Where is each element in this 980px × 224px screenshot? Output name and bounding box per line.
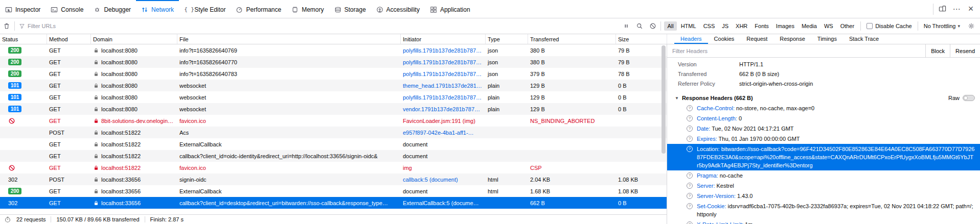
tab-application[interactable]: Application bbox=[425, 0, 475, 18]
help-icon[interactable]: ? bbox=[687, 203, 693, 209]
type-filter-ws[interactable]: WS bbox=[821, 21, 836, 31]
close-icon[interactable]: × bbox=[964, 3, 978, 16]
initiator-text[interactable]: polyfills.1791b137de281b787… bbox=[403, 47, 482, 54]
request-row[interactable]: GET8bit-solutions-dev.onelogin…favicon.i… bbox=[0, 115, 667, 127]
initiator-text[interactable]: polyfills.1791b137de281b787… bbox=[403, 71, 482, 77]
filter-headers-input[interactable] bbox=[667, 48, 925, 54]
response-header-row[interactable]: ?Server-Version: 1.43.0 bbox=[667, 191, 980, 201]
help-icon[interactable]: ? bbox=[687, 115, 693, 121]
request-list-scrollbar[interactable] bbox=[662, 45, 666, 154]
tab-memory[interactable]: Memory bbox=[286, 0, 329, 18]
column-header-initiator[interactable]: Initiator bbox=[401, 34, 486, 44]
response-header-row[interactable]: ?X-Rate-Limit-Limit: 1m bbox=[667, 219, 980, 224]
help-icon[interactable]: ? bbox=[687, 105, 693, 111]
response-headers-section-header[interactable]: ▼ Response Headers (662 B) Raw bbox=[667, 93, 980, 103]
initiator-text[interactable]: polyfills.1791b137de281b787… bbox=[403, 59, 482, 65]
response-header-row[interactable]: ?Pragma: no-cache bbox=[667, 170, 980, 181]
request-row[interactable]: POSTlocalhost:51822Acse957f897-042e-4ba1… bbox=[0, 127, 667, 138]
request-row[interactable]: 302POSTlocalhost:33656signin-oidccallbac… bbox=[0, 173, 667, 185]
request-row[interactable]: 200GETlocalhost:8080info?t=1635826640783… bbox=[0, 68, 667, 80]
request-row[interactable]: 200GETlocalhost:33656ExternalCallbackdoc… bbox=[0, 185, 667, 197]
type-filter-all[interactable]: All bbox=[664, 21, 676, 31]
help-icon[interactable]: ? bbox=[687, 136, 693, 142]
gear-icon[interactable] bbox=[965, 19, 978, 33]
tab-style-editor[interactable]: { } Style Editor bbox=[179, 0, 231, 18]
details-tab-request[interactable]: Request bbox=[740, 34, 773, 44]
initiator-text[interactable]: callback:5 (document) bbox=[403, 177, 458, 183]
column-header-transferred[interactable]: Transferred bbox=[528, 34, 616, 44]
response-header-row[interactable]: ?Date: Tue, 02 Nov 2021 04:17:21 GMT bbox=[667, 123, 980, 134]
column-header-method[interactable]: Method bbox=[47, 34, 91, 44]
search-icon[interactable] bbox=[633, 19, 646, 33]
response-header-row[interactable]: ?Cache-Control: no-store, no-cache, max-… bbox=[667, 103, 980, 113]
column-header-domain[interactable]: Domain bbox=[91, 34, 177, 44]
filter-urls-input[interactable] bbox=[28, 23, 617, 29]
request-row[interactable]: 200GETlocalhost:8080info?t=1635826640769… bbox=[0, 44, 667, 56]
response-header-row[interactable]: ?Server: Kestrel bbox=[667, 181, 980, 191]
request-row[interactable]: 302GETlocalhost:33656callback?client_id=… bbox=[0, 197, 667, 209]
request-row[interactable]: GETlocalhost:51822callback?client_id=oid… bbox=[0, 150, 667, 162]
initiator-cell: document bbox=[401, 138, 486, 150]
help-icon[interactable]: ? bbox=[687, 172, 693, 179]
help-icon[interactable]: ? bbox=[687, 193, 693, 199]
details-tab-cookies[interactable]: Cookies bbox=[708, 34, 741, 44]
details-tab-stack-trace[interactable]: Stack Trace bbox=[843, 34, 885, 44]
header-value: no-store, no-cache, max-age=0 bbox=[736, 105, 814, 111]
type-filter-html[interactable]: HTML bbox=[678, 21, 699, 31]
help-icon[interactable]: ? bbox=[687, 221, 693, 224]
disable-cache-control[interactable]: Disable Cache bbox=[862, 23, 917, 29]
column-header-size[interactable]: Size bbox=[616, 34, 667, 44]
clear-requests-icon[interactable] bbox=[0, 19, 13, 33]
type-filter-images[interactable]: Images bbox=[773, 21, 797, 31]
details-tab-headers[interactable]: Headers bbox=[674, 34, 708, 44]
tab-accessibility[interactable]: Accessibility bbox=[371, 0, 425, 18]
status-cell: 200 bbox=[0, 68, 47, 80]
block-button[interactable]: Block bbox=[925, 44, 950, 57]
request-row[interactable]: GETlocalhost:51822favicon.icoimgCSP bbox=[0, 162, 667, 173]
response-header-row[interactable]: ?Set-Cookie: idsrv=adf6cba1-7075-402b-9e… bbox=[667, 201, 980, 219]
tab-inspector[interactable]: Inspector bbox=[0, 0, 45, 18]
response-header-row[interactable]: ?Location: bitwarden://sso-callback?code… bbox=[667, 144, 980, 170]
initiator-text[interactable]: polyfills.1791b137de281b787… bbox=[403, 94, 482, 101]
help-icon[interactable]: ? bbox=[687, 183, 693, 189]
disable-cache-checkbox[interactable] bbox=[867, 23, 873, 29]
type-filter-xhr[interactable]: XHR bbox=[733, 21, 750, 31]
initiator-text[interactable]: ExternalCallback:5 (docume… bbox=[403, 200, 479, 206]
details-tab-response[interactable]: Response bbox=[773, 34, 811, 44]
tab-network[interactable]: Network bbox=[136, 0, 179, 18]
tab-debugger[interactable]: Debugger bbox=[88, 0, 136, 18]
type-filter-js[interactable]: JS bbox=[719, 21, 732, 31]
request-row[interactable]: 200GETlocalhost:8080info?t=1635826640770… bbox=[0, 56, 667, 68]
initiator-text[interactable]: vendor.1791b137de281b787… bbox=[403, 106, 480, 112]
request-row[interactable]: 101GETlocalhost:8080websockettheme_head.… bbox=[0, 80, 667, 91]
responsive-design-icon[interactable] bbox=[935, 3, 949, 16]
meatball-menu-icon[interactable]: ⋯ bbox=[949, 3, 964, 16]
help-icon[interactable]: ? bbox=[687, 146, 693, 152]
column-header-type[interactable]: Type bbox=[486, 34, 528, 44]
initiator-text[interactable]: theme_head.1791b137de281… bbox=[403, 83, 482, 89]
performance-analysis-icon[interactable] bbox=[4, 216, 11, 223]
help-icon[interactable]: ? bbox=[687, 126, 693, 132]
tab-storage[interactable]: Storage bbox=[329, 0, 371, 18]
request-row[interactable]: GETlocalhost:51822ExternalCallbackdocume… bbox=[0, 138, 667, 150]
request-row[interactable]: 101GETlocalhost:8080websocketvendor.1791… bbox=[0, 103, 667, 115]
type-filter-other[interactable]: Other bbox=[837, 21, 858, 31]
throttling-select[interactable]: No Throttling ▾ bbox=[919, 23, 965, 29]
pause-recording-icon[interactable] bbox=[620, 19, 633, 33]
response-header-row[interactable]: ?Expires: Thu, 01 Jan 1970 00:00:00 GMT bbox=[667, 134, 980, 144]
request-blocking-icon[interactable] bbox=[646, 19, 659, 33]
response-header-row[interactable]: ?Content-Length: 0 bbox=[667, 113, 980, 123]
request-row[interactable]: 101GETlocalhost:8080websocketpolyfills.1… bbox=[0, 91, 667, 103]
type-filter-fonts[interactable]: Fonts bbox=[751, 21, 772, 31]
tab-performance[interactable]: Performance bbox=[231, 0, 286, 18]
tab-console[interactable]: Console bbox=[45, 0, 88, 18]
initiator-text[interactable]: e957f897-042e-4ba1-aff1-… bbox=[403, 130, 474, 136]
lock-icon bbox=[93, 47, 99, 54]
type-filter-css[interactable]: CSS bbox=[700, 21, 718, 31]
type-filter-media[interactable]: Media bbox=[799, 21, 820, 31]
column-header-file[interactable]: File bbox=[177, 34, 401, 44]
raw-toggle[interactable] bbox=[963, 95, 975, 101]
details-tab-timings[interactable]: Timings bbox=[811, 34, 843, 44]
resend-button[interactable]: Resend bbox=[950, 44, 980, 57]
column-header-status[interactable]: Status bbox=[0, 34, 47, 44]
